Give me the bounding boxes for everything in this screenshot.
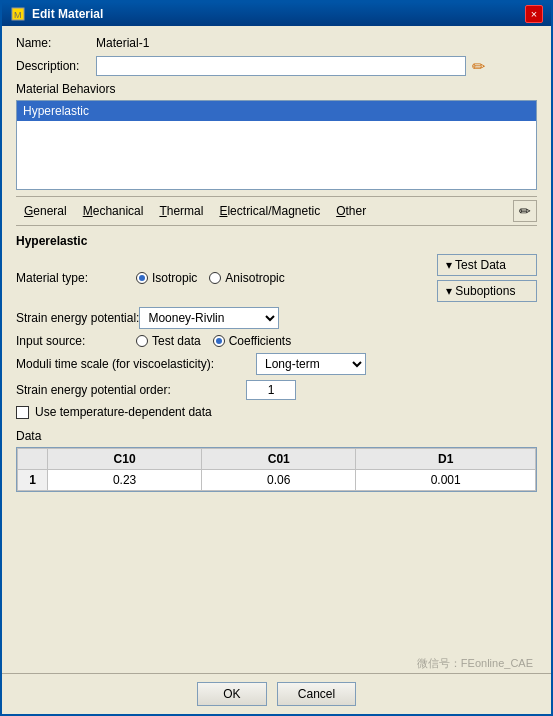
bottom-bar: OK Cancel (2, 673, 551, 714)
strain-energy-label: Strain energy potential: (16, 311, 139, 325)
radio-anisotropic-btn[interactable] (209, 272, 221, 284)
radio-coefficients-btn[interactable] (213, 335, 225, 347)
radio-isotropic-label: Isotropic (152, 271, 197, 285)
material-behaviors-box: Hyperelastic (16, 100, 537, 190)
edit-material-window: M Edit Material × Name: Material-1 Descr… (0, 0, 553, 716)
test-data-button[interactable]: ▾ Test Data (437, 254, 537, 276)
radio-isotropic-btn[interactable] (136, 272, 148, 284)
data-label: Data (16, 429, 537, 443)
radio-coefficients[interactable]: Coefficients (213, 334, 291, 348)
strain-energy-select[interactable]: Mooney-Rivlin Neo Hooke Ogden Polynomial (139, 307, 279, 329)
radio-isotropic[interactable]: Isotropic (136, 271, 197, 285)
input-source-radio-group: Test data Coefficients (136, 334, 291, 348)
material-type-radio-group: Isotropic Anisotropic (136, 271, 285, 285)
strain-energy-row: Strain energy potential: Mooney-Rivlin N… (16, 307, 537, 329)
menu-bar: GGeneraleneral Mechanical Thermal Electr… (16, 196, 537, 226)
moduli-row: Moduli time scale (for viscoelasticity):… (16, 353, 537, 375)
ok-button[interactable]: OK (197, 682, 267, 706)
material-behaviors-label: Material Behaviors (16, 82, 537, 96)
description-edit-icon[interactable]: ✏ (472, 57, 485, 76)
material-type-row: Material type: Isotropic Anisotropic ▾ T… (16, 254, 537, 302)
table-header-index (18, 449, 48, 470)
input-source-label: Input source: (16, 334, 136, 348)
menu-other[interactable]: Other (328, 202, 374, 220)
svg-text:M: M (14, 10, 22, 20)
title-bar: M Edit Material × (2, 2, 551, 26)
name-label: Name: (16, 36, 96, 50)
menu-mechanical[interactable]: Mechanical (75, 202, 152, 220)
radio-test-data[interactable]: Test data (136, 334, 201, 348)
cancel-button[interactable]: Cancel (277, 682, 356, 706)
table-row: 1 0.23 0.06 0.001 (18, 470, 536, 491)
radio-coefficients-label: Coefficients (229, 334, 291, 348)
window-title: Edit Material (32, 7, 103, 21)
order-row: Strain energy potential order: (16, 380, 537, 400)
main-content: Name: Material-1 Description: ✏ Material… (2, 26, 551, 673)
window-icon: M (10, 6, 26, 22)
table-cell-c01[interactable]: 0.06 (202, 470, 356, 491)
moduli-select[interactable]: Long-term Instantaneous (256, 353, 366, 375)
description-row: Description: ✏ (16, 56, 537, 76)
radio-anisotropic-label: Anisotropic (225, 271, 284, 285)
table-header-c10: C10 (48, 449, 202, 470)
data-section: Data C10 C01 D1 1 0.23 (16, 429, 537, 663)
temperature-checkbox-label: Use temperature-dependent data (35, 405, 212, 419)
suboptions-button[interactable]: ▾ Suboptions (437, 280, 537, 302)
data-table: C10 C01 D1 1 0.23 0.06 0.001 (16, 447, 537, 492)
right-buttons: ▾ Test Data ▾ Suboptions (437, 254, 537, 302)
menu-thermal[interactable]: Thermal (151, 202, 211, 220)
order-label: Strain energy potential order: (16, 383, 246, 397)
moduli-label: Moduli time scale (for viscoelasticity): (16, 357, 256, 371)
title-bar-left: M Edit Material (10, 6, 103, 22)
menu-general[interactable]: GGeneraleneral (16, 202, 75, 220)
table-cell-d1[interactable]: 0.001 (356, 470, 536, 491)
radio-test-data-btn[interactable] (136, 335, 148, 347)
description-input[interactable] (96, 56, 466, 76)
table-header-d1: D1 (356, 449, 536, 470)
temperature-checkbox-row: Use temperature-dependent data (16, 405, 537, 419)
behavior-item-hyperelastic[interactable]: Hyperelastic (17, 101, 536, 121)
table-cell-c10[interactable]: 0.23 (48, 470, 202, 491)
input-source-row: Input source: Test data Coefficients (16, 334, 537, 348)
close-button[interactable]: × (525, 5, 543, 23)
description-label: Description: (16, 59, 96, 73)
radio-anisotropic[interactable]: Anisotropic (209, 271, 284, 285)
material-type-label: Material type: (16, 271, 136, 285)
name-row: Name: Material-1 (16, 36, 537, 50)
temperature-checkbox[interactable] (16, 406, 29, 419)
hyperelastic-title: Hyperelastic (16, 234, 537, 248)
menu-electrical-magnetic[interactable]: Electrical/Magnetic (211, 202, 328, 220)
order-input[interactable] (246, 380, 296, 400)
menu-edit-button[interactable]: ✏ (513, 200, 537, 222)
table-cell-index: 1 (18, 470, 48, 491)
name-value: Material-1 (96, 36, 149, 50)
table-header-c01: C01 (202, 449, 356, 470)
radio-test-data-label: Test data (152, 334, 201, 348)
